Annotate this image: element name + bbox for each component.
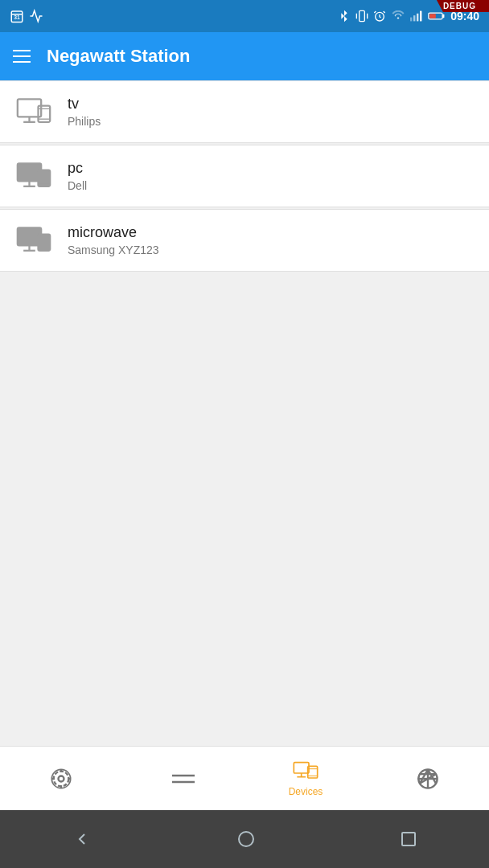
nav-item-camera[interactable] xyxy=(367,761,489,796)
svg-point-34 xyxy=(59,776,64,781)
device-item-pc[interactable]: pc Dell xyxy=(0,145,489,207)
back-button[interactable] xyxy=(72,829,92,849)
pc-info: pc Dell xyxy=(68,160,87,192)
tv-brand: Philips xyxy=(68,115,101,128)
microwave-info: microwave Samsung XYZ123 xyxy=(68,224,159,256)
device-item-tv[interactable]: tv Philips xyxy=(0,80,489,143)
wifi-icon xyxy=(391,10,405,22)
bluetooth-icon xyxy=(338,10,351,23)
microwave-device-icon xyxy=(16,226,51,255)
svg-rect-3 xyxy=(360,10,365,21)
tv-device-icon xyxy=(16,97,51,126)
vibrate-icon xyxy=(355,10,368,23)
calendar-icon: 31 xyxy=(10,9,24,23)
svg-rect-43 xyxy=(294,762,309,772)
svg-rect-57 xyxy=(402,833,415,845)
signal-icon xyxy=(410,10,423,22)
app-title: Negawatt Station xyxy=(47,46,190,67)
svg-point-56 xyxy=(239,832,253,846)
battery-icon xyxy=(428,11,446,21)
recent-button[interactable] xyxy=(401,831,417,847)
pc-brand: Dell xyxy=(68,179,87,192)
menu-button[interactable] xyxy=(13,50,31,63)
activity-icon xyxy=(29,9,43,23)
devices-nav-label: Devices xyxy=(289,786,323,797)
nav-item-devices[interactable]: Devices xyxy=(244,754,367,804)
status-bar: 31 xyxy=(0,0,489,32)
location-icon xyxy=(50,768,72,790)
microwave-brand: Samsung XYZ123 xyxy=(68,244,159,256)
svg-text:31: 31 xyxy=(14,14,20,20)
pc-device-icon xyxy=(16,162,51,190)
bottom-nav: Devices xyxy=(0,746,489,810)
nav-item-location[interactable] xyxy=(0,761,122,796)
svg-rect-11 xyxy=(417,14,418,22)
status-bar-left: 31 xyxy=(10,9,43,23)
camera-icon xyxy=(417,768,439,790)
nav-item-menu[interactable] xyxy=(122,766,244,792)
device-item-microwave[interactable]: microwave Samsung XYZ123 xyxy=(0,209,489,272)
pc-name: pc xyxy=(68,160,87,177)
home-button[interactable] xyxy=(236,829,256,849)
svg-point-35 xyxy=(54,771,69,786)
svg-rect-14 xyxy=(442,14,444,18)
alarm-icon xyxy=(373,10,386,23)
svg-rect-15 xyxy=(429,14,436,18)
app-bar: Negawatt Station xyxy=(0,32,489,80)
system-nav xyxy=(0,810,489,868)
menu-lines-icon xyxy=(171,772,196,785)
tv-name: tv xyxy=(68,96,101,113)
svg-line-8 xyxy=(384,11,385,13)
svg-rect-9 xyxy=(410,18,412,22)
svg-line-7 xyxy=(375,11,376,13)
tv-info: tv Philips xyxy=(68,96,101,128)
debug-badge: DEBUG xyxy=(437,0,489,12)
microwave-name: microwave xyxy=(68,224,159,241)
svg-rect-12 xyxy=(420,11,421,22)
device-list: tv Philips pc Dell xyxy=(0,80,489,272)
svg-rect-10 xyxy=(413,15,415,21)
devices-icon xyxy=(293,760,318,783)
